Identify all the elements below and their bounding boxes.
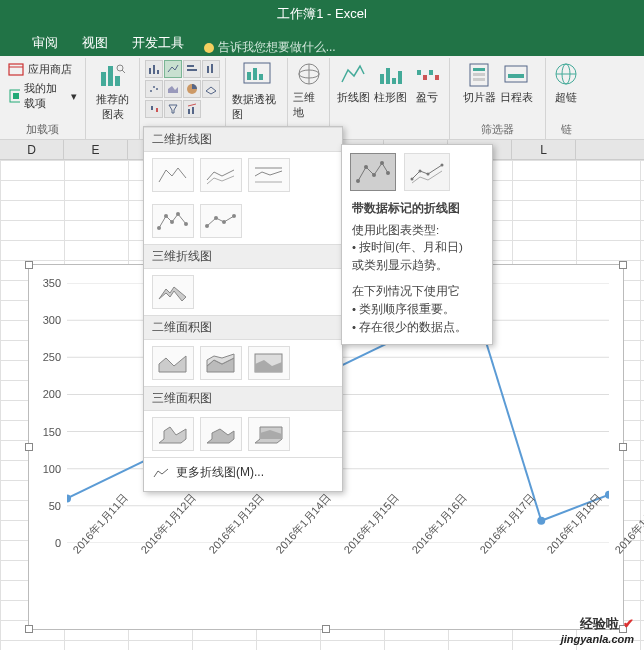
tooltip-title: 带数据标记的折线图 [352,199,482,218]
slicer-label: 切片器 [463,90,496,105]
resize-handle[interactable] [25,443,33,451]
col-header[interactable]: L [512,140,576,159]
timeline-button[interactable]: 日程表 [500,60,533,105]
col-header[interactable]: E [64,140,128,159]
resize-handle[interactable] [619,261,627,269]
tab-review[interactable]: 审阅 [20,30,70,56]
stacked-area-option[interactable] [200,346,242,380]
area-3d-option[interactable] [152,417,194,451]
stock-chart-button[interactable] [145,100,163,118]
tell-me-search[interactable]: 告诉我您想要做什么... [204,39,336,56]
stacked-area-3d-option[interactable] [200,417,242,451]
svg-rect-8 [153,65,155,74]
area-option[interactable] [152,346,194,380]
svg-point-60 [164,214,168,218]
watermark-brand: 经验啦 [580,616,619,631]
svg-point-58 [605,491,609,499]
line-chart-button[interactable] [164,60,182,78]
col-header[interactable]: D [0,140,64,159]
surface-chart-button[interactable] [202,80,220,98]
tell-me-label: 告诉我您想要做什么... [218,39,336,56]
links-group-label: 链 [561,122,572,137]
more-line-charts-label: 更多折线图(M)... [176,464,264,481]
resize-handle[interactable] [25,625,33,633]
sparkline-winloss-button[interactable]: 盈亏 [411,60,443,105]
col-header[interactable] [576,140,644,159]
pivot-chart-label: 数据透视图 [232,92,281,122]
svg-point-65 [214,216,218,220]
svg-point-55 [67,494,71,502]
addins-group-label: 加载项 [26,122,59,137]
line-chart-option[interactable] [152,158,194,192]
hyperlink-button[interactable]: 超链 [550,60,582,105]
svg-rect-41 [508,74,524,78]
ribbon-group-links: 超链 链 [546,58,586,139]
recommended-charts-label: 推荐的 图表 [96,92,129,122]
my-addins-button[interactable]: 我的加载项 ▾ [6,80,79,112]
svg-rect-21 [192,107,194,114]
svg-rect-38 [473,73,485,76]
tooltip-line: • 存在很少的数据点。 [352,319,482,337]
svg-point-77 [441,164,444,167]
svg-point-71 [372,173,376,177]
store-icon [8,61,24,77]
sparkline-column-icon [375,60,405,90]
funnel-chart-button[interactable] [164,100,182,118]
svg-rect-4 [108,66,113,86]
ribbon-tabs: 审阅 视图 开发工具 告诉我您想要做什么... [0,28,644,56]
combo-chart-button[interactable] [183,100,201,118]
recommended-charts-button[interactable]: 推荐的 图表 [90,60,136,122]
more-line-charts-button[interactable]: 更多折线图(M)... [144,457,342,487]
tooltip-line: 或类别显示趋势。 [352,257,482,275]
line-markers-option[interactable] [152,204,194,238]
svg-rect-18 [151,106,153,110]
window-title: 工作簿1 - Excel [277,5,367,23]
tooltip-preview-selected[interactable] [350,153,396,191]
pivot-chart-button[interactable]: 数据透视图 [232,60,281,122]
addin-store-button[interactable]: 应用商店 [6,60,79,78]
sparkline-column-label: 柱形图 [374,90,407,105]
tab-truncated[interactable] [0,33,20,56]
timeline-label: 日程表 [500,90,533,105]
svg-rect-23 [247,72,251,80]
percent-stacked-line-option[interactable] [248,158,290,192]
bar-chart-button[interactable] [183,60,201,78]
svg-rect-31 [398,71,402,84]
percent-area-option[interactable] [248,346,290,380]
watermark-url: jingyanla.com [561,633,634,645]
svg-point-76 [427,173,430,176]
area-chart-button[interactable] [164,80,182,98]
scatter-chart-button[interactable] [145,80,163,98]
svg-rect-28 [380,74,384,84]
svg-rect-10 [187,65,194,67]
percent-area-3d-option[interactable] [248,417,290,451]
tab-view[interactable]: 视图 [70,30,120,56]
resize-handle[interactable] [322,625,330,633]
chart-x-axis: 2016年1月11日2016年1月12日2016年1月13日2016年1月14日… [67,545,609,625]
column-chart-button[interactable] [145,60,163,78]
sparkline-column-button[interactable]: 柱形图 [374,60,407,105]
slicer-button[interactable]: 切片器 [463,60,496,105]
line-3d-option[interactable] [152,275,194,309]
tooltip-preview-alt[interactable] [404,153,450,191]
svg-rect-3 [101,72,106,86]
svg-rect-35 [435,75,439,80]
sparkline-line-label: 折线图 [337,90,370,105]
resize-handle[interactable] [25,261,33,269]
stacked-line-option[interactable] [200,158,242,192]
pie-chart-button[interactable] [183,80,201,98]
tooltip-line: 使用此图表类型: [352,222,482,240]
stat-chart-button[interactable] [202,60,220,78]
svg-rect-2 [13,93,19,99]
tab-developer[interactable]: 开发工具 [120,30,196,56]
svg-rect-0 [9,64,23,75]
resize-handle[interactable] [619,443,627,451]
my-addins-label: 我的加载项 [24,81,67,111]
map3d-button[interactable]: 三维地 [293,60,325,120]
slicer-icon [464,60,494,90]
addin-icon [8,88,20,104]
sparkline-line-button[interactable]: 折线图 [337,60,370,105]
stacked-line-markers-option[interactable] [200,204,242,238]
dropdown-section-2d-line: 二维折线图 [144,127,342,152]
svg-point-62 [176,212,180,216]
